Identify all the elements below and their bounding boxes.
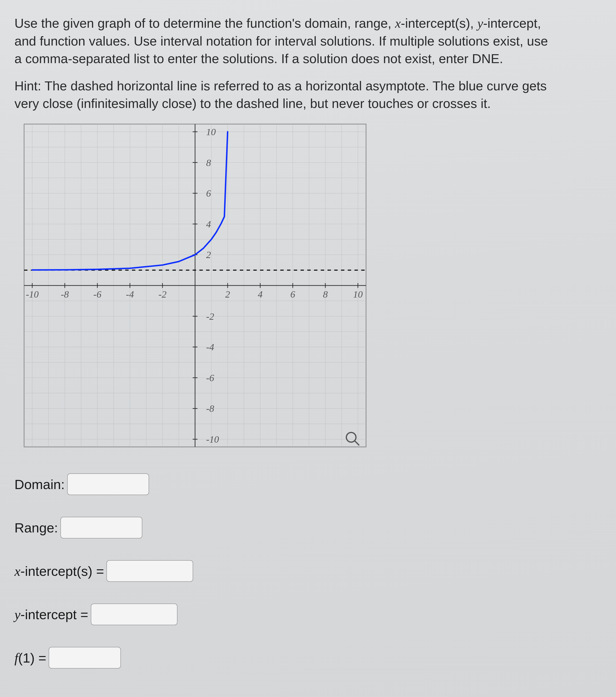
svg-text:-4: -4 bbox=[206, 342, 214, 353]
hint-line2: very close (infinitesimally close) to th… bbox=[14, 96, 491, 110]
f1-label: f(1) = bbox=[14, 650, 46, 666]
svg-text:-4: -4 bbox=[126, 289, 134, 300]
svg-text:-8: -8 bbox=[206, 403, 214, 414]
svg-text:10: 10 bbox=[206, 127, 216, 137]
x-intercept-input[interactable] bbox=[106, 560, 193, 582]
problem-line1-pre: Use the given graph of to determine the … bbox=[14, 16, 395, 30]
svg-text:10: 10 bbox=[353, 289, 363, 300]
svg-text:8: 8 bbox=[323, 289, 328, 300]
hint-text: Hint: The dashed horizontal line is refe… bbox=[14, 77, 597, 112]
range-input[interactable] bbox=[60, 517, 142, 538]
svg-text:-6: -6 bbox=[93, 289, 101, 300]
svg-line-87 bbox=[355, 441, 359, 445]
svg-text:8: 8 bbox=[206, 157, 211, 168]
svg-text:6: 6 bbox=[206, 188, 211, 199]
svg-text:2: 2 bbox=[225, 289, 230, 300]
domain-input[interactable] bbox=[67, 473, 149, 495]
svg-text:-10: -10 bbox=[206, 434, 219, 445]
svg-text:4: 4 bbox=[258, 289, 262, 300]
svg-text:-10: -10 bbox=[26, 289, 39, 300]
domain-row: Domain: bbox=[14, 473, 597, 495]
svg-text:-6: -6 bbox=[206, 372, 214, 383]
problem-line1-post: -intercept, bbox=[483, 16, 541, 30]
range-row: Range: bbox=[14, 517, 597, 538]
x-intercept-label: x-intercept(s) = bbox=[14, 563, 104, 579]
y-var: y bbox=[477, 16, 483, 31]
svg-text:-8: -8 bbox=[61, 289, 69, 300]
x-var: x bbox=[395, 16, 401, 31]
svg-text:4: 4 bbox=[206, 219, 211, 229]
y-intercept-input[interactable] bbox=[91, 604, 178, 625]
domain-label: Domain: bbox=[14, 477, 65, 492]
hint-line1: Hint: The dashed horizontal line is refe… bbox=[14, 78, 547, 93]
answer-section: Domain: Range: x-intercept(s) = y-interc… bbox=[14, 473, 597, 669]
svg-text:6: 6 bbox=[290, 289, 295, 300]
problem-line1-mid: -intercept(s), bbox=[401, 16, 477, 30]
svg-text:2: 2 bbox=[206, 250, 211, 261]
f1-row: f(1) = bbox=[14, 647, 597, 669]
y-intercept-label: y-intercept = bbox=[14, 607, 88, 622]
svg-text:-2: -2 bbox=[159, 289, 166, 300]
x-intercept-row: x-intercept(s) = bbox=[14, 560, 597, 582]
problem-line3: a comma-separated list to enter the solu… bbox=[14, 51, 503, 66]
problem-statement: Use the given graph of to determine the … bbox=[14, 14, 597, 68]
graph-svg: -10-8-6-4-2246810-10-8-6-4-2246810 bbox=[17, 117, 373, 454]
graph: -10-8-6-4-2246810-10-8-6-4-2246810 bbox=[17, 117, 373, 454]
svg-text:-2: -2 bbox=[206, 311, 214, 322]
f1-input[interactable] bbox=[49, 647, 121, 669]
y-intercept-row: y-intercept = bbox=[14, 604, 597, 625]
range-label: Range: bbox=[14, 520, 58, 536]
problem-line2: and function values. Use interval notati… bbox=[14, 34, 548, 48]
